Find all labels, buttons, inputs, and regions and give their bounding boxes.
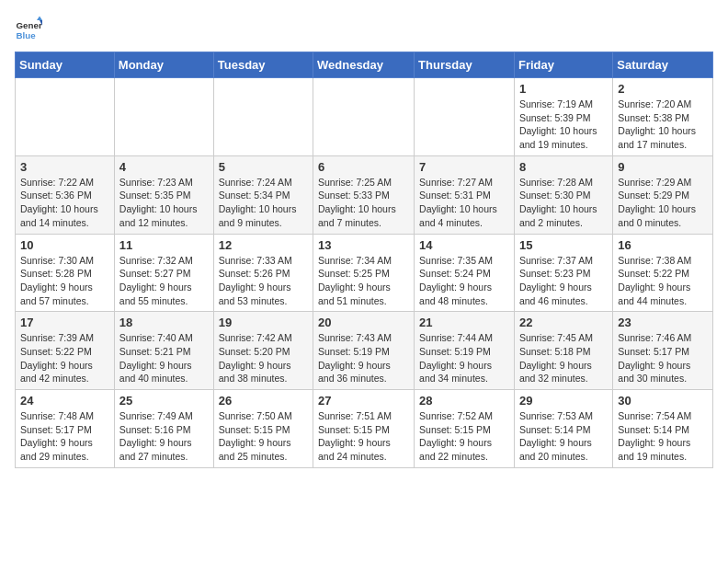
day-info: Sunrise: 7:50 AM Sunset: 5:15 PM Dayligh… [219,409,308,464]
day-info: Sunrise: 7:38 AM Sunset: 5:22 PM Dayligh… [618,254,708,308]
day-number: 20 [318,316,409,329]
day-number: 23 [618,316,708,329]
day-number: 21 [419,316,509,329]
day-number: 1 [519,82,608,96]
calendar-cell [415,78,515,156]
day-header-thursday: Thursday [415,52,515,78]
calendar-cell: 22Sunrise: 7:45 AM Sunset: 5:18 PM Dayli… [514,312,612,390]
day-number: 30 [618,394,708,408]
day-info: Sunrise: 7:53 AM Sunset: 5:14 PM Dayligh… [519,409,608,464]
svg-marker-2 [37,17,42,21]
calendar-cell: 10Sunrise: 7:30 AM Sunset: 5:28 PM Dayli… [16,234,115,312]
day-number: 12 [219,238,308,252]
day-number: 26 [219,394,308,408]
calendar-cell: 8Sunrise: 7:28 AM Sunset: 5:30 PM Daylig… [514,155,612,234]
day-info: Sunrise: 7:54 AM Sunset: 5:14 PM Dayligh… [618,409,708,464]
calendar-cell: 30Sunrise: 7:54 AM Sunset: 5:14 PM Dayli… [613,390,713,468]
day-info: Sunrise: 7:45 AM Sunset: 5:18 PM Dayligh… [519,331,608,385]
day-info: Sunrise: 7:46 AM Sunset: 5:17 PM Dayligh… [618,331,708,385]
day-info: Sunrise: 7:20 AM Sunset: 5:38 PM Dayligh… [618,98,708,152]
day-info: Sunrise: 7:37 AM Sunset: 5:23 PM Dayligh… [519,254,608,308]
calendar-cell: 13Sunrise: 7:34 AM Sunset: 5:25 PM Dayli… [313,234,415,312]
day-info: Sunrise: 7:42 AM Sunset: 5:20 PM Dayligh… [219,331,308,385]
calendar-cell: 3Sunrise: 7:22 AM Sunset: 5:36 PM Daylig… [16,155,115,234]
day-info: Sunrise: 7:48 AM Sunset: 5:17 PM Dayligh… [20,409,109,464]
day-info: Sunrise: 7:22 AM Sunset: 5:36 PM Dayligh… [20,176,109,230]
day-info: Sunrise: 7:24 AM Sunset: 5:34 PM Dayligh… [219,176,308,230]
calendar-cell: 20Sunrise: 7:43 AM Sunset: 5:19 PM Dayli… [313,312,415,390]
day-number: 25 [119,394,209,408]
calendar-cell: 25Sunrise: 7:49 AM Sunset: 5:16 PM Dayli… [114,390,213,468]
day-number: 6 [318,160,409,174]
svg-text:Blue: Blue [17,30,37,40]
calendar-cell: 14Sunrise: 7:35 AM Sunset: 5:24 PM Dayli… [415,234,515,312]
day-number: 5 [219,160,308,174]
day-info: Sunrise: 7:49 AM Sunset: 5:16 PM Dayligh… [119,409,209,464]
day-info: Sunrise: 7:27 AM Sunset: 5:31 PM Dayligh… [419,176,509,230]
day-info: Sunrise: 7:51 AM Sunset: 5:15 PM Dayligh… [318,409,409,464]
day-info: Sunrise: 7:52 AM Sunset: 5:15 PM Dayligh… [419,409,509,464]
calendar-cell [16,78,115,156]
day-info: Sunrise: 7:19 AM Sunset: 5:39 PM Dayligh… [519,98,608,152]
day-number: 11 [119,238,209,252]
calendar-cell: 2Sunrise: 7:20 AM Sunset: 5:38 PM Daylig… [613,78,713,156]
day-header-monday: Monday [114,52,213,78]
day-number: 24 [20,394,109,408]
day-number: 4 [119,160,209,174]
calendar-header-row: SundayMondayTuesdayWednesdayThursdayFrid… [16,52,713,78]
week-row-4: 17Sunrise: 7:39 AM Sunset: 5:22 PM Dayli… [16,312,713,390]
day-number: 28 [419,394,509,408]
day-info: Sunrise: 7:30 AM Sunset: 5:28 PM Dayligh… [20,254,109,308]
day-number: 18 [119,316,209,329]
day-info: Sunrise: 7:32 AM Sunset: 5:27 PM Dayligh… [119,254,209,308]
week-row-3: 10Sunrise: 7:30 AM Sunset: 5:28 PM Dayli… [16,234,713,312]
calendar-cell: 11Sunrise: 7:32 AM Sunset: 5:27 PM Dayli… [114,234,213,312]
day-info: Sunrise: 7:25 AM Sunset: 5:33 PM Dayligh… [318,176,409,230]
day-number: 13 [318,238,409,252]
calendar-cell: 6Sunrise: 7:25 AM Sunset: 5:33 PM Daylig… [313,155,415,234]
day-number: 8 [519,160,608,174]
calendar-cell: 4Sunrise: 7:23 AM Sunset: 5:35 PM Daylig… [114,155,213,234]
calendar-cell: 26Sunrise: 7:50 AM Sunset: 5:15 PM Dayli… [213,390,313,468]
calendar-cell: 17Sunrise: 7:39 AM Sunset: 5:22 PM Dayli… [16,312,115,390]
day-number: 2 [618,82,708,96]
day-info: Sunrise: 7:43 AM Sunset: 5:19 PM Dayligh… [318,331,409,385]
week-row-5: 24Sunrise: 7:48 AM Sunset: 5:17 PM Dayli… [16,390,713,468]
calendar: SundayMondayTuesdayWednesdayThursdayFrid… [15,52,713,468]
calendar-cell: 1Sunrise: 7:19 AM Sunset: 5:39 PM Daylig… [514,78,612,156]
calendar-cell: 5Sunrise: 7:24 AM Sunset: 5:34 PM Daylig… [213,155,313,234]
day-number: 19 [219,316,308,329]
day-number: 29 [519,394,608,408]
logo-icon: General Blue [15,15,42,42]
day-number: 16 [618,238,708,252]
day-header-tuesday: Tuesday [213,52,313,78]
calendar-cell: 28Sunrise: 7:52 AM Sunset: 5:15 PM Dayli… [415,390,515,468]
day-number: 22 [519,316,608,329]
day-info: Sunrise: 7:33 AM Sunset: 5:26 PM Dayligh… [219,254,308,308]
calendar-cell [213,78,313,156]
day-number: 10 [20,238,109,252]
day-header-wednesday: Wednesday [313,52,415,78]
day-number: 7 [419,160,509,174]
calendar-cell: 12Sunrise: 7:33 AM Sunset: 5:26 PM Dayli… [213,234,313,312]
day-info: Sunrise: 7:29 AM Sunset: 5:29 PM Dayligh… [618,176,708,230]
page-header: General Blue [15,15,713,42]
week-row-2: 3Sunrise: 7:22 AM Sunset: 5:36 PM Daylig… [16,155,713,234]
calendar-cell: 29Sunrise: 7:53 AM Sunset: 5:14 PM Dayli… [514,390,612,468]
day-info: Sunrise: 7:40 AM Sunset: 5:21 PM Dayligh… [119,331,209,385]
svg-text:General: General [17,20,43,30]
day-info: Sunrise: 7:35 AM Sunset: 5:24 PM Dayligh… [419,254,509,308]
day-info: Sunrise: 7:23 AM Sunset: 5:35 PM Dayligh… [119,176,209,230]
day-header-saturday: Saturday [613,52,713,78]
calendar-cell: 16Sunrise: 7:38 AM Sunset: 5:22 PM Dayli… [613,234,713,312]
calendar-cell: 23Sunrise: 7:46 AM Sunset: 5:17 PM Dayli… [613,312,713,390]
day-info: Sunrise: 7:44 AM Sunset: 5:19 PM Dayligh… [419,331,509,385]
calendar-cell: 19Sunrise: 7:42 AM Sunset: 5:20 PM Dayli… [213,312,313,390]
calendar-cell [313,78,415,156]
day-number: 27 [318,394,409,408]
logo: General Blue [15,15,42,42]
day-header-friday: Friday [514,52,612,78]
week-row-1: 1Sunrise: 7:19 AM Sunset: 5:39 PM Daylig… [16,78,713,156]
day-header-sunday: Sunday [16,52,115,78]
day-info: Sunrise: 7:34 AM Sunset: 5:25 PM Dayligh… [318,254,409,308]
